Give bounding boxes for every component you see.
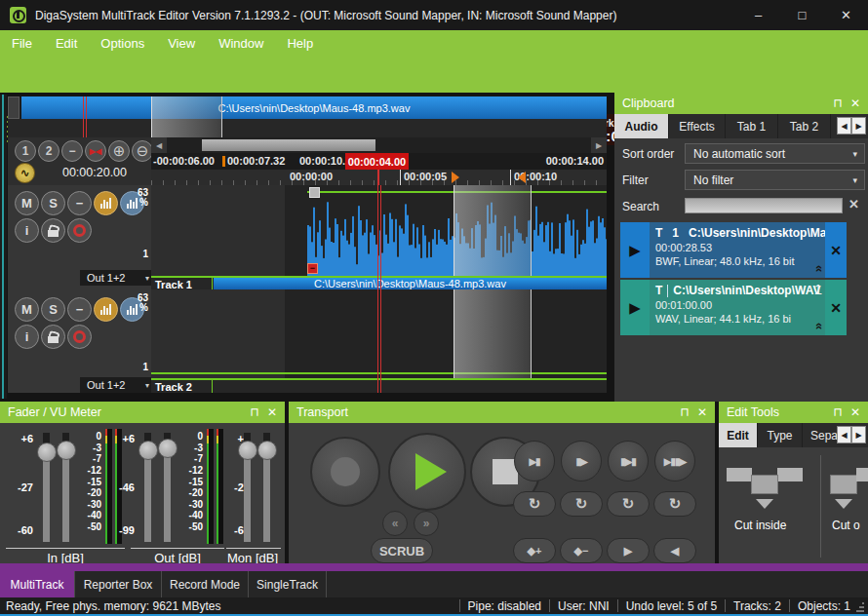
playhead[interactable] — [377, 185, 378, 393]
track1-selection[interactable] — [454, 185, 532, 276]
item1-play-icon[interactable]: ▶ — [620, 222, 650, 278]
mark-in-flag-icon[interactable] — [452, 172, 459, 183]
maximize-button[interactable]: □ — [780, 0, 824, 30]
pin-icon[interactable]: ⊓ — [681, 405, 690, 419]
tabs-scroll-left-icon[interactable]: ◀ — [837, 117, 851, 135]
timeline-ruler[interactable]: 00:00:00 00:00:05 00:00:10 — [151, 170, 607, 185]
add-marker-button[interactable]: ◆+ — [513, 538, 556, 563]
in-fader-left-knob[interactable] — [37, 443, 57, 462]
menu-view[interactable]: View — [168, 36, 195, 51]
pin-icon[interactable]: ⊓ — [834, 96, 843, 110]
menu-file[interactable]: File — [12, 36, 32, 51]
resize-grip[interactable] — [856, 602, 864, 612]
overview-clip-bar[interactable]: C:\Users\nin\Desktop\Maus-48.mp3.wav — [21, 96, 607, 119]
remove-marker-button[interactable]: ◆− — [560, 538, 603, 563]
project-overview-track2[interactable] — [8, 119, 607, 137]
track1-mute-button[interactable]: M — [15, 191, 39, 215]
search-clear-icon[interactable]: ✕ — [848, 197, 859, 212]
pin-icon[interactable]: ⊓ — [251, 405, 259, 419]
track2-mute-button[interactable]: M — [15, 297, 39, 322]
scrollbar-thumb[interactable] — [202, 139, 375, 151]
overview-selection[interactable] — [151, 119, 222, 137]
overview-selection[interactable] — [151, 96, 222, 119]
item2-remove-icon[interactable]: ✕ — [825, 280, 847, 335]
loop-icon[interactable]: ↻ — [607, 491, 650, 517]
track2-info-button[interactable]: i — [15, 325, 39, 349]
zoom-preset-1-button[interactable]: 1 — [15, 140, 36, 162]
track2-lock-icon[interactable] — [41, 325, 65, 349]
zoom-preset-2-button[interactable]: 2 — [38, 140, 59, 162]
in-fader-right-knob[interactable] — [57, 441, 76, 460]
track1-collapse-button[interactable]: − — [67, 191, 92, 215]
track2-lane[interactable] — [151, 289, 607, 378]
tab-record-mode[interactable]: Record Mode — [162, 571, 249, 597]
close-icon[interactable]: ✕ — [267, 405, 277, 419]
track2-meter-pre-button[interactable] — [94, 297, 118, 322]
tab-edit[interactable]: Edit — [719, 423, 758, 447]
search-input[interactable] — [685, 198, 843, 213]
overview-handle[interactable] — [8, 96, 20, 119]
nudge-back-icon[interactable]: « — [382, 511, 408, 536]
track2-volume-envelope[interactable] — [151, 372, 607, 374]
tab-singletrack[interactable]: SingleTrack — [249, 571, 327, 597]
pin-icon[interactable]: ⊓ — [834, 405, 843, 419]
collapse-chevrons-icon[interactable]: « — [812, 265, 825, 272]
out-fader-right-knob[interactable] — [158, 439, 178, 458]
item2-play-icon[interactable]: ▶ — [620, 280, 650, 335]
track2-record-arm-button[interactable] — [67, 325, 92, 349]
prev-marker-icon[interactable]: ◀ — [653, 538, 696, 563]
tabs-scroll-right-icon[interactable]: ▶ — [851, 426, 866, 443]
mark-out-flag-icon[interactable] — [518, 172, 526, 183]
cut-inside-tool[interactable]: Cut inside — [727, 462, 809, 513]
tab-reporter-box[interactable]: Reporter Box — [75, 571, 162, 597]
tabs-scroll-left-icon[interactable]: ◀ — [837, 426, 851, 443]
tab-2[interactable]: Tab 2 — [778, 114, 831, 138]
zoom-in-icon[interactable]: ⊕ — [108, 140, 130, 162]
close-icon[interactable]: ✕ — [850, 405, 860, 419]
play-around-soundhead-button[interactable]: ▶▮▮▶ — [654, 441, 695, 481]
collapse-chevrons-icon[interactable]: « — [812, 323, 825, 329]
tab-multitrack[interactable]: MultiTrack — [0, 571, 75, 597]
tab-1[interactable]: Tab 1 — [726, 114, 778, 138]
zoom-out-icon[interactable]: ⊖ — [132, 140, 153, 162]
track1-meter-pre-button[interactable] — [94, 191, 118, 215]
scroll-right-icon[interactable]: ▶ — [591, 137, 607, 153]
mon-fader-left-knob[interactable] — [238, 441, 257, 460]
play-to-mark-out-button[interactable]: ▶▮ — [514, 441, 555, 481]
tab-effects[interactable]: Effects — [669, 114, 726, 138]
close-icon[interactable]: ✕ — [850, 96, 860, 110]
zoom-to-range-icon[interactable]: ▶◀ — [85, 140, 106, 162]
filter-select[interactable]: No filter▾ — [685, 170, 865, 190]
menu-window[interactable]: Window — [218, 36, 263, 51]
track1-output-select[interactable]: Out 1+2▾ — [80, 270, 154, 286]
tab-type[interactable]: Type — [758, 423, 803, 447]
play-between-marks-button[interactable]: ▮▶▮ — [608, 441, 649, 481]
close-button[interactable]: ✕ — [824, 0, 868, 30]
transport-title-bar[interactable]: Transport ⊓✕ — [289, 402, 715, 423]
track1-solo-button[interactable]: S — [41, 191, 65, 215]
dock-splitter[interactable] — [0, 95, 7, 399]
loop-icon[interactable]: ↻ — [653, 491, 696, 517]
loop-icon[interactable]: ↻ — [513, 491, 556, 517]
mon-fader-right-knob[interactable] — [257, 441, 277, 460]
envelope-handle[interactable] — [309, 187, 320, 198]
clipboard-item-2[interactable]: ▶ T C:\Users\nin\Desktop\WAV 1 00:01:00.… — [620, 280, 847, 335]
track1-lock-icon[interactable] — [41, 218, 65, 243]
track1-info-button[interactable]: i — [15, 218, 39, 243]
timeline-scrollbar[interactable]: ◀ ▶ — [151, 137, 607, 153]
edit-tools-title-bar[interactable]: Edit Tools ⊓✕ — [719, 402, 868, 423]
menu-edit[interactable]: Edit — [56, 36, 77, 51]
scroll-left-icon[interactable]: ◀ — [151, 137, 167, 153]
clipboard-item-1[interactable]: ▶ T 1 C:\Users\nin\Desktop\Mau 00:00:28.… — [620, 222, 847, 278]
tab-audio[interactable]: Audio — [614, 114, 669, 138]
track2-output-select[interactable]: Out 1+2▾ — [80, 377, 154, 393]
play-from-mark-in-button[interactable]: ▮▶ — [561, 441, 602, 481]
clip-start-marker[interactable]: − — [307, 263, 318, 274]
item1-remove-icon[interactable]: ✕ — [825, 222, 847, 278]
record-button[interactable] — [310, 437, 380, 507]
track1-record-arm-button[interactable] — [67, 218, 92, 243]
nudge-forward-icon[interactable]: » — [414, 511, 439, 536]
minimize-button[interactable]: – — [736, 0, 780, 30]
track2-collapse-button[interactable]: − — [67, 297, 92, 322]
loop-icon[interactable]: ↻ — [560, 491, 603, 517]
